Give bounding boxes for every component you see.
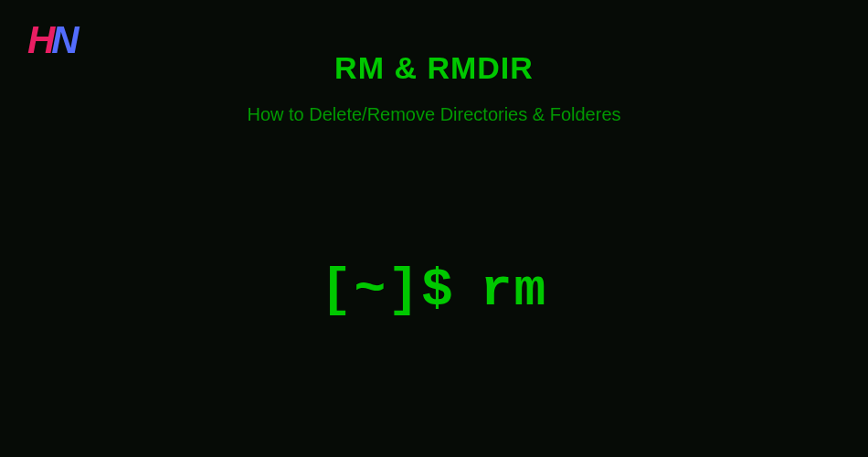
page-subtitle: How to Delete/Remove Directories & Folde… [0,104,868,125]
header-content: RM & RMDIR How to Delete/Remove Director… [0,50,868,125]
terminal-line: [~]$rm [321,260,548,320]
terminal-command: rm [481,260,548,320]
page-title: RM & RMDIR [0,50,868,86]
terminal-prompt: [~]$ [321,260,455,320]
